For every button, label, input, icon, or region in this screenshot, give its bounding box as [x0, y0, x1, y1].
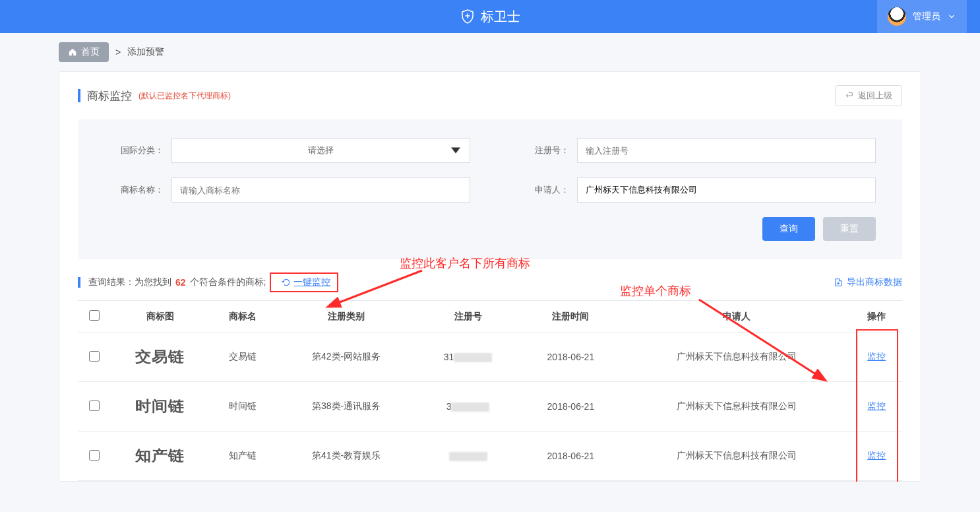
- intl-class-placeholder: 请选择: [308, 144, 334, 156]
- cell-name: 时间链: [209, 382, 276, 432]
- applicant-label: 申请人：: [510, 184, 569, 196]
- cell-regno: 3: [416, 382, 520, 432]
- app-name: 标卫士: [481, 8, 520, 26]
- obscured-text: [454, 353, 492, 362]
- row-checkbox[interactable]: [89, 450, 100, 461]
- cell-applicant: 广州标天下信息科技有限公司: [621, 333, 851, 382]
- cell-regno: [416, 432, 520, 481]
- shield-icon: [460, 9, 475, 24]
- intl-class-label: 国际分类：: [104, 144, 164, 156]
- applicant-input[interactable]: [577, 177, 876, 203]
- one-click-monitor[interactable]: 一键监控: [282, 276, 330, 288]
- refresh-icon: [282, 278, 291, 287]
- cell-applicant: 广州标天下信息科技有限公司: [621, 432, 851, 481]
- obscured-text: [449, 452, 487, 461]
- obscured-text: [451, 402, 489, 412]
- breadcrumb-sep: >: [115, 47, 121, 57]
- page-title-note: (默认已监控名下代理商标): [138, 90, 231, 102]
- col-regno: 注册号: [416, 301, 520, 333]
- monitor-link[interactable]: 监控: [867, 400, 886, 411]
- user-label: 管理员: [913, 11, 940, 22]
- row-checkbox[interactable]: [89, 351, 100, 362]
- reset-button[interactable]: 重置: [823, 217, 876, 241]
- breadcrumb-home-label: 首页: [81, 46, 100, 58]
- cell-regtime: 2018-06-21: [520, 432, 621, 481]
- intl-class-select[interactable]: 请选择: [171, 138, 470, 163]
- trademark-image: 交易链: [135, 347, 185, 367]
- export-icon: [834, 278, 843, 287]
- title-accent: [78, 89, 80, 102]
- trademark-image: 时间链: [135, 397, 185, 416]
- col-op: 操作: [851, 301, 902, 333]
- breadcrumb-current: 添加预警: [127, 46, 164, 58]
- result-count: 62: [175, 277, 186, 288]
- caret-down-icon: [451, 148, 460, 154]
- cell-op: 监控: [851, 432, 902, 481]
- filter-form: 国际分类： 请选择 注册号： 商标名称： 申请人：: [78, 119, 902, 259]
- home-icon: [68, 48, 77, 57]
- reg-no-label: 注册号：: [510, 144, 569, 156]
- results-table: 商标图 商标名 注册类别 注册号 注册时间 申请人 操作 交易链交易链第42类-…: [78, 300, 902, 481]
- cell-regno: 31: [416, 333, 520, 382]
- top-header: 标卫士 管理员: [0, 0, 980, 33]
- table-row: 交易链交易链第42类-网站服务312018-06-21广州标天下信息科技有限公司…: [78, 333, 902, 382]
- cell-class: 第38类-通讯服务: [276, 382, 415, 432]
- col-img: 商标图: [111, 301, 209, 333]
- table-row: 知产链知产链第41类-教育娱乐2018-06-21广州标天下信息科技有限公司监控: [78, 432, 902, 481]
- export-label: 导出商标数据: [847, 276, 902, 288]
- avatar: [888, 7, 906, 26]
- cell-name: 知产链: [209, 432, 276, 481]
- monitor-link[interactable]: 监控: [867, 450, 886, 461]
- breadcrumb: 首页 > 添加预警: [59, 33, 921, 71]
- return-icon: [845, 91, 854, 100]
- monitor-link[interactable]: 监控: [867, 351, 886, 362]
- cell-class: 第42类-网站服务: [276, 333, 415, 382]
- trademark-image: 知产链: [135, 446, 185, 466]
- user-menu[interactable]: 管理员: [877, 0, 967, 33]
- table-row: 时间链时间链第38类-通讯服务32018-06-21广州标天下信息科技有限公司监…: [78, 382, 902, 432]
- result-suffix: 个符合条件的商标;: [190, 276, 266, 288]
- select-all-checkbox[interactable]: [89, 310, 100, 321]
- col-class: 注册类别: [276, 301, 415, 333]
- col-applicant: 申请人: [621, 301, 851, 333]
- breadcrumb-home[interactable]: 首页: [59, 42, 109, 62]
- reg-no-input[interactable]: [577, 138, 876, 163]
- one-click-label: 一键监控: [293, 276, 330, 288]
- chevron-down-icon: [947, 12, 956, 21]
- cell-regtime: 2018-06-21: [520, 382, 621, 432]
- tm-name-label: 商标名称：: [104, 184, 164, 196]
- back-button[interactable]: 返回上级: [835, 85, 902, 106]
- result-accent: [78, 277, 80, 288]
- cell-regtime: 2018-06-21: [520, 333, 621, 382]
- export-button[interactable]: 导出商标数据: [834, 276, 902, 288]
- cell-applicant: 广州标天下信息科技有限公司: [621, 382, 851, 432]
- tm-name-input[interactable]: [171, 177, 470, 203]
- row-checkbox[interactable]: [89, 400, 100, 411]
- query-button[interactable]: 查询: [762, 217, 815, 241]
- page-title: 商标监控: [87, 88, 132, 104]
- main-panel: 商标监控 (默认已监控名下代理商标) 返回上级 国际分类： 请选择 注册号：: [59, 71, 921, 482]
- cell-op: 监控: [851, 382, 902, 432]
- app-logo: 标卫士: [460, 8, 520, 26]
- cell-op: 监控: [851, 333, 902, 382]
- result-prefix: 查询结果：为您找到: [88, 276, 171, 288]
- col-regtime: 注册时间: [520, 301, 621, 333]
- back-button-label: 返回上级: [858, 90, 892, 102]
- one-click-highlight: 一键监控: [270, 272, 338, 292]
- cell-class: 第41类-教育娱乐: [276, 432, 415, 481]
- cell-name: 交易链: [209, 333, 276, 382]
- col-name: 商标名: [209, 301, 276, 333]
